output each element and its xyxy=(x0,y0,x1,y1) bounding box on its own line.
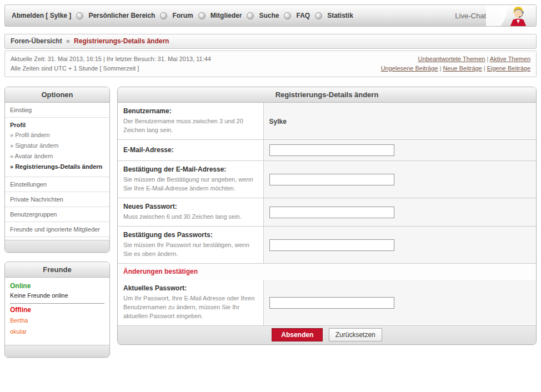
nav-logout-link[interactable]: Abmelden [ Sylke ] xyxy=(12,12,71,19)
top-nav-bar: Abmelden [ Sylke ] Persönlicher Bereich … xyxy=(4,4,537,27)
sidebar-item-benutzergruppen[interactable]: Benutzergruppen xyxy=(5,207,109,222)
field-desc-benutzername: Der Benutzername muss zwischen 3 und 20 … xyxy=(123,117,258,134)
email-input[interactable] xyxy=(269,144,394,156)
field-label-current-password: Aktuelles Passwort: xyxy=(123,284,258,292)
field-label-email-confirm: Bestätigung der E-Mail-Adresse: xyxy=(123,165,258,173)
field-label-email: E-Mail-Adresse: xyxy=(123,146,258,154)
nav-search-link[interactable]: Suche xyxy=(259,12,279,19)
email-confirm-input[interactable] xyxy=(269,174,394,185)
field-desc-password-confirm: Sie müssen Ihr Passwort nur bestätigen, … xyxy=(123,240,258,258)
sidebar-group-profil-title: Profil xyxy=(10,122,104,128)
reset-button[interactable]: Zurücksetzen xyxy=(329,328,382,341)
sidebar-group-profil: Profil » Profil ändern » Signatur ändern… xyxy=(5,118,109,177)
field-label-password-confirm: Bestätigung des Passworts: xyxy=(123,231,258,239)
live-chat-avatar-icon xyxy=(500,4,536,27)
form-title: Registrierungs-Details ändern xyxy=(118,87,536,103)
confirm-changes-section-header: Änderungen bestätigen xyxy=(118,263,536,280)
nav-bullet-icon xyxy=(198,12,206,19)
sidebar-item-einstellungen[interactable]: Einstellungen xyxy=(5,177,109,192)
row-new-password: Neues Passwort: Muss zwischen 6 und 30 Z… xyxy=(118,198,536,227)
row-benutzername: Benutzername: Der Benutzername muss zwis… xyxy=(118,103,536,140)
breadcrumb-current-link[interactable]: Registrierungs-Details ändern xyxy=(74,37,169,45)
sidebar-item-einstieg[interactable]: Einstieg xyxy=(5,103,109,118)
registration-details-panel: Registrierungs-Details ändern Benutzerna… xyxy=(117,87,537,345)
current-password-input[interactable] xyxy=(269,297,394,309)
sidebar-item-profil-aendern[interactable]: » Profil ändern xyxy=(10,130,104,140)
field-label-new-password: Neues Passwort: xyxy=(123,203,258,210)
nav-bullet-icon xyxy=(76,12,83,19)
friends-panel-title: Freunde xyxy=(5,262,109,278)
breadcrumb-separator: » xyxy=(66,37,70,45)
spacer xyxy=(4,358,537,392)
quick-links: Unbeantwortete Themen | Aktive Themen Un… xyxy=(381,54,530,73)
nav-bullet-icon xyxy=(315,12,322,19)
friends-offline-header: Offline xyxy=(10,306,104,315)
sidebar-item-private-nachrichten[interactable]: Private Nachrichten xyxy=(5,192,109,207)
nav-bullet-icon xyxy=(247,12,254,19)
breadcrumb: Foren-Übersicht » Registrierungs-Details… xyxy=(4,34,537,49)
link-unread-posts[interactable]: Ungelesene Beiträge xyxy=(381,65,438,72)
nav-forum-link[interactable]: Forum xyxy=(172,12,193,19)
field-desc-email-confirm: Sie müssen die Bestätigung nur angeben, … xyxy=(123,175,258,193)
row-email: E-Mail-Adresse: xyxy=(118,140,536,161)
sidebar-item-registrierungs-details[interactable]: » Registrierungs-Details ändern xyxy=(10,162,104,172)
link-unanswered-topics[interactable]: Unbeantwortete Themen xyxy=(418,56,485,62)
submit-button[interactable]: Absenden xyxy=(272,328,323,341)
username-value: Sylke xyxy=(269,118,287,125)
link-new-posts[interactable]: Neue Beiträge xyxy=(443,65,482,72)
link-own-posts[interactable]: Eigene Beiträge xyxy=(487,65,530,72)
options-panel-title: Optionen xyxy=(5,87,109,103)
nav-bullet-icon xyxy=(284,12,291,19)
password-confirm-input[interactable] xyxy=(269,239,394,251)
confirm-form-table: Aktuelles Passwort: Um Ihr Passwort, Ihr… xyxy=(118,280,536,325)
row-current-password: Aktuelles Passwort: Um Ihr Passwort, Ihr… xyxy=(118,280,536,325)
field-label-benutzername: Benutzername: xyxy=(123,107,258,115)
friend-link-okular[interactable]: okular xyxy=(10,326,104,337)
nav-bullet-icon xyxy=(160,12,167,19)
link-active-topics[interactable]: Aktive Themen xyxy=(490,56,530,62)
field-desc-current-password: Um Ihr Passwort, Ihre E-Mail Adresse ode… xyxy=(123,294,258,320)
nav-members-link[interactable]: Mitglieder xyxy=(211,12,242,19)
sidebar: Optionen Einstieg Profil » Profil ändern… xyxy=(4,87,110,358)
timezone-text: Alle Zeiten sind UTC + 1 Stunde [ Sommer… xyxy=(11,64,211,73)
friends-divider xyxy=(10,303,104,304)
content-column: Registrierungs-Details ändern Benutzerna… xyxy=(117,87,537,345)
sidebar-item-freunde-ignorierte[interactable]: Freunde und ignorierte Mitglieder xyxy=(5,222,109,237)
registration-form-table: Benutzername: Der Benutzername muss zwis… xyxy=(118,103,536,263)
friends-panel: Freunde Online Keine Freunde online Offl… xyxy=(4,262,110,358)
nav-stats-link[interactable]: Statistik xyxy=(327,12,353,19)
friends-list: Online Keine Freunde online Offline Bert… xyxy=(5,278,109,345)
live-chat-link[interactable]: Live-Chat xyxy=(455,5,536,26)
session-times: Aktuelle Zeit: 31. Mai 2013, 16:15 | Ihr… xyxy=(11,54,211,73)
form-buttons-bar: Absenden Zurücksetzen xyxy=(118,325,536,344)
field-desc-new-password: Muss zwischen 6 und 30 Zeichen lang sein… xyxy=(123,212,258,221)
top-nav-links: Abmelden [ Sylke ] Persönlicher Bereich … xyxy=(12,12,353,19)
current-time-text: Aktuelle Zeit: 31. Mai 2013, 16:15 | Ihr… xyxy=(11,54,211,64)
sidebar-item-avatar-aendern[interactable]: » Avatar ändern xyxy=(10,151,104,162)
sidebar-item-signatur-aendern[interactable]: » Signatur ändern xyxy=(10,140,104,151)
page: Abmelden [ Sylke ] Persönlicher Bereich … xyxy=(0,0,541,392)
breadcrumb-root-link[interactable]: Foren-Übersicht xyxy=(11,37,62,45)
nav-faq-link[interactable]: FAQ xyxy=(296,12,310,19)
friends-panel-footer xyxy=(5,345,109,357)
friends-online-header: Online xyxy=(10,282,104,290)
new-password-input[interactable] xyxy=(269,207,394,218)
options-panel: Optionen Einstieg Profil » Profil ändern… xyxy=(4,87,110,253)
friends-online-empty-text: Keine Freunde online xyxy=(10,290,104,302)
options-panel-footer xyxy=(5,240,109,252)
row-email-confirm: Bestätigung der E-Mail-Adresse: Sie müss… xyxy=(118,161,536,198)
nav-ucp-link[interactable]: Persönlicher Bereich xyxy=(88,12,155,19)
live-chat-label: Live-Chat xyxy=(455,12,486,20)
session-info-bar: Aktuelle Zeit: 31. Mai 2013, 16:15 | Ihr… xyxy=(4,51,537,77)
friend-link-bertha[interactable]: Bertha xyxy=(10,315,104,326)
row-password-confirm: Bestätigung des Passworts: Sie müssen Ih… xyxy=(118,227,536,264)
